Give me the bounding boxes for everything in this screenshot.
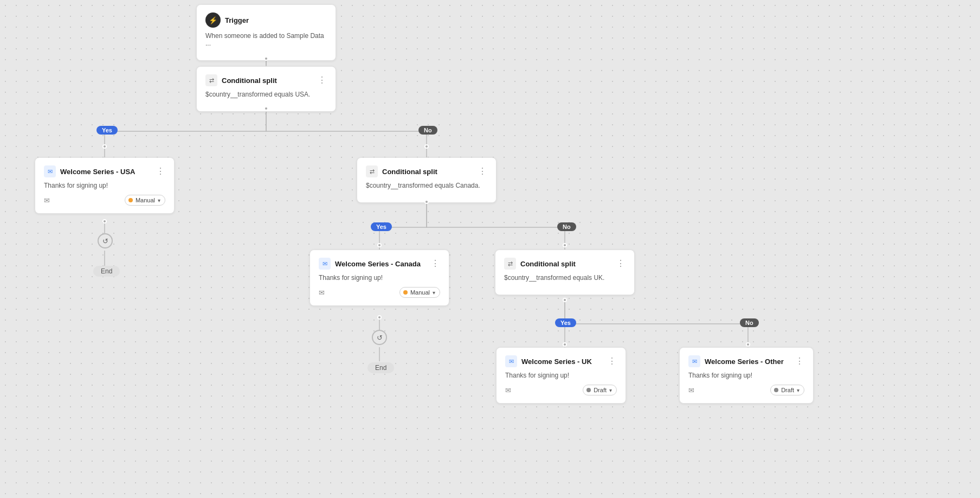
uk-body: Thanks for signing up! xyxy=(505,372,617,379)
trigger-title: Trigger xyxy=(225,16,249,24)
connector-dot-2 xyxy=(264,106,268,111)
connector-dot-4 xyxy=(424,144,429,149)
email-icon-canada: ✉ xyxy=(319,258,331,270)
welcome-uk-card: ✉ Welcome Series - UK ⋮ Thanks for signi… xyxy=(496,347,626,404)
usa-header: ✉ Welcome Series - USA ⋮ xyxy=(44,165,165,177)
connector-dot-3 xyxy=(102,144,107,149)
other-header: ✉ Welcome Series - Other ⋮ xyxy=(688,355,804,367)
connector-dot-6 xyxy=(377,243,382,247)
trigger-header-left: ⚡ Trigger xyxy=(205,12,249,28)
cs1-header: ⇄ Conditional split ⋮ xyxy=(205,74,327,86)
canada-header-left: ✉ Welcome Series - Canada xyxy=(319,258,421,270)
cs3-condition: $country__transformed equals UK. xyxy=(504,274,626,282)
yes-label-3: Yes xyxy=(555,318,576,327)
usa-badge-arrow: ▾ xyxy=(158,197,160,203)
loop-icon-canada: ↺ xyxy=(372,330,387,345)
usa-status-badge[interactable]: Manual ▾ xyxy=(125,195,165,206)
other-header-left: ✉ Welcome Series - Other xyxy=(688,355,784,367)
other-badge-dot xyxy=(774,388,778,392)
connector-dot-usa xyxy=(102,219,107,224)
uk-status-badge[interactable]: Draft ▾ xyxy=(583,385,617,395)
conditional-split-2-card: ⇄ Conditional split ⋮ $country__transfor… xyxy=(357,157,497,203)
canada-status-badge[interactable]: Manual ▾ xyxy=(399,287,440,298)
split-icon-1: ⇄ xyxy=(205,74,217,86)
canada-footer: ✉ Manual ▾ xyxy=(319,287,440,298)
uk-badge-arrow: ▾ xyxy=(609,387,612,393)
no-label-2: No xyxy=(557,222,576,231)
welcome-usa-card: ✉ Welcome Series - USA ⋮ Thanks for sign… xyxy=(35,157,175,214)
other-badge-label: Draft xyxy=(781,387,794,393)
other-footer: ✉ Draft ▾ xyxy=(688,385,804,395)
canada-body: Thanks for signing up! xyxy=(319,274,440,282)
conditional-split-3-card: ⇄ Conditional split ⋮ $country__transfor… xyxy=(495,250,635,295)
usa-title: Welcome Series - USA xyxy=(60,168,135,176)
welcome-canada-card: ✉ Welcome Series - Canada ⋮ Thanks for s… xyxy=(310,250,449,306)
no-label-3: No xyxy=(740,318,759,327)
trigger-icon: ⚡ xyxy=(205,12,221,28)
cs2-title: Conditional split xyxy=(382,168,437,176)
email-icon-usa: ✉ xyxy=(44,165,56,177)
end-node-canada: End xyxy=(368,362,394,373)
connector-dot-8 xyxy=(563,298,567,302)
welcome-other-card: ✉ Welcome Series - Other ⋮ Thanks for si… xyxy=(679,347,814,404)
cs3-menu[interactable]: ⋮ xyxy=(616,259,626,268)
trigger-header: ⚡ Trigger xyxy=(205,12,327,28)
usa-badge-dot xyxy=(128,198,133,202)
canada-badge-arrow: ▾ xyxy=(433,290,435,296)
other-title: Welcome Series - Other xyxy=(705,357,784,366)
cs2-menu[interactable]: ⋮ xyxy=(478,167,487,176)
uk-menu[interactable]: ⋮ xyxy=(608,357,617,366)
connector-dot-canada xyxy=(377,315,382,320)
cs2-header: ⇄ Conditional split ⋮ xyxy=(366,165,487,177)
usa-email-icon: ✉ xyxy=(44,196,50,205)
email-icon-other: ✉ xyxy=(688,355,700,367)
canada-menu[interactable]: ⋮ xyxy=(431,259,440,268)
yes-label-2: Yes xyxy=(371,222,392,231)
uk-header: ✉ Welcome Series - UK ⋮ xyxy=(505,355,617,367)
usa-badge-label: Manual xyxy=(136,197,155,203)
canada-badge-dot xyxy=(403,290,408,295)
uk-footer: ✉ Draft ▾ xyxy=(505,385,617,395)
other-status-badge[interactable]: Draft ▾ xyxy=(770,385,804,395)
usa-menu[interactable]: ⋮ xyxy=(156,167,165,176)
canada-email-icon: ✉ xyxy=(319,289,325,297)
trigger-card: ⚡ Trigger When someone is added to Sampl… xyxy=(196,4,336,61)
uk-title: Welcome Series - UK xyxy=(521,357,592,366)
connector-dot-1 xyxy=(264,56,268,61)
loop-icon-usa: ↺ xyxy=(98,233,113,248)
connector-dot-10 xyxy=(746,342,750,347)
usa-header-left: ✉ Welcome Series - USA xyxy=(44,165,135,177)
cs2-condition: $country__transformed equals Canada. xyxy=(366,182,487,189)
cs2-header-left: ⇄ Conditional split xyxy=(366,165,437,177)
trigger-description: When someone is added to Sample Data ... xyxy=(205,32,327,47)
cs1-title: Conditional split xyxy=(222,76,277,85)
cs1-header-left: ⇄ Conditional split xyxy=(205,74,277,86)
usa-footer: ✉ Manual ▾ xyxy=(44,195,165,206)
cs1-menu[interactable]: ⋮ xyxy=(318,76,327,85)
yes-label-1: Yes xyxy=(96,126,118,135)
connector-dot-7 xyxy=(563,243,567,247)
canada-title: Welcome Series - Canada xyxy=(335,260,421,268)
cs3-header: ⇄ Conditional split ⋮ xyxy=(504,258,626,270)
split-icon-2: ⇄ xyxy=(366,165,378,177)
cs1-condition: $country__transformed equals USA. xyxy=(205,91,327,98)
other-badge-arrow: ▾ xyxy=(797,387,800,393)
conditional-split-1-card: ⇄ Conditional split ⋮ $country__transfor… xyxy=(196,66,336,112)
uk-email-icon: ✉ xyxy=(505,386,511,394)
no-label-1: No xyxy=(418,126,437,135)
cs3-title: Conditional split xyxy=(520,260,576,268)
connector-dot-5 xyxy=(424,200,429,204)
usa-body: Thanks for signing up! xyxy=(44,182,165,189)
canada-header: ✉ Welcome Series - Canada ⋮ xyxy=(319,258,440,270)
uk-badge-dot xyxy=(586,388,591,392)
split-icon-3: ⇄ xyxy=(504,258,516,270)
canada-badge-label: Manual xyxy=(410,289,430,296)
uk-badge-label: Draft xyxy=(594,387,607,393)
other-email-icon: ✉ xyxy=(688,386,694,394)
email-icon-uk: ✉ xyxy=(505,355,517,367)
cs3-header-left: ⇄ Conditional split xyxy=(504,258,576,270)
connector-dot-9 xyxy=(563,342,567,347)
uk-header-left: ✉ Welcome Series - UK xyxy=(505,355,592,367)
other-menu[interactable]: ⋮ xyxy=(795,357,804,366)
end-node-usa: End xyxy=(93,266,120,277)
